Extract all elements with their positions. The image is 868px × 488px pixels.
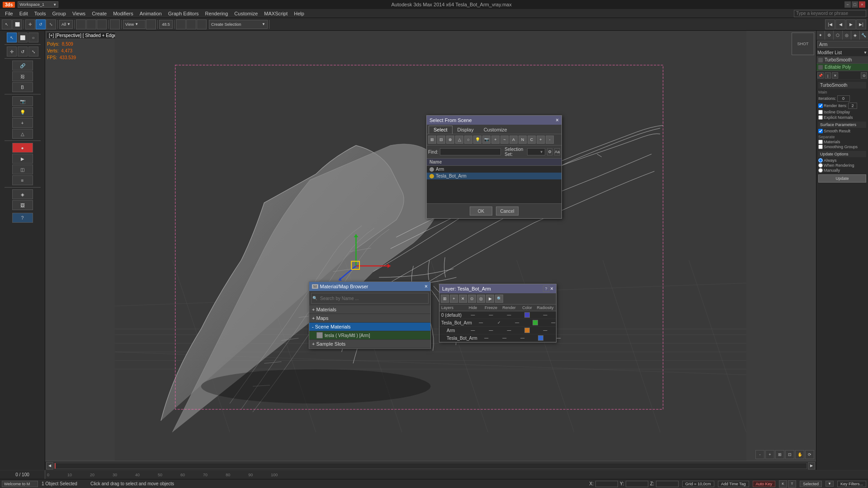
selected-filter[interactable]: Selected bbox=[800, 481, 822, 487]
minimize-btn[interactable]: − bbox=[844, 1, 851, 8]
arc-rotate-nav[interactable]: ⟳ bbox=[805, 450, 814, 459]
update-btn[interactable]: Update bbox=[818, 174, 866, 183]
ok-btn[interactable]: OK bbox=[470, 206, 492, 216]
display-tab[interactable]: ◈ bbox=[851, 31, 860, 40]
align-tool[interactable]: ≡ bbox=[12, 175, 33, 185]
layer-row-arm[interactable]: Arm — — — — bbox=[439, 327, 556, 334]
layer-help-btn[interactable]: ? bbox=[543, 286, 549, 292]
mat-section-maps[interactable]: + Maps bbox=[309, 314, 430, 323]
update-options-header[interactable]: Update Options bbox=[818, 151, 866, 157]
key-filters-btn[interactable]: Key Filters... bbox=[837, 481, 866, 487]
zoom-in-nav[interactable]: + bbox=[765, 450, 774, 459]
select-region-tool[interactable]: ⬜ bbox=[18, 33, 28, 42]
delete-btn[interactable]: ✕ bbox=[832, 72, 838, 79]
snap-btn[interactable] bbox=[76, 19, 86, 29]
menu-group[interactable]: Group bbox=[49, 10, 69, 17]
bind-tool[interactable]: B bbox=[12, 82, 33, 92]
rotate-tool[interactable]: ↺ bbox=[18, 47, 28, 56]
isoline-checkbox[interactable] bbox=[818, 110, 823, 114]
layer-select-objects[interactable]: ⊙ bbox=[468, 295, 476, 303]
filter-cameras[interactable]: 📷 bbox=[482, 136, 491, 144]
object-name-input[interactable] bbox=[817, 41, 868, 48]
render-iters-checkbox[interactable] bbox=[818, 103, 823, 108]
pan-nav[interactable]: ✋ bbox=[795, 450, 804, 459]
mat-section-scene-materials[interactable]: - Scene Materials bbox=[309, 323, 430, 331]
select-none-tool[interactable]: ⊟ bbox=[437, 136, 445, 144]
z-coord[interactable] bbox=[656, 481, 679, 487]
layer-row-tesla-arm[interactable]: Tesla_Bot_Arm — — — — bbox=[439, 334, 556, 342]
sort-by-color[interactable]: C bbox=[528, 136, 536, 144]
mat-section-sample[interactable]: + Sample Slots bbox=[309, 340, 430, 348]
layer-move-to[interactable]: ▶ bbox=[486, 295, 494, 303]
select-all-tool[interactable]: ⊞ bbox=[428, 136, 436, 144]
timeline-prev-btn[interactable]: ◀ bbox=[46, 462, 53, 469]
pin-btn[interactable]: 📌 bbox=[817, 72, 824, 79]
menu-tools[interactable]: Tools bbox=[31, 10, 49, 17]
y-coord[interactable] bbox=[626, 481, 648, 487]
select-btn[interactable]: ↖ bbox=[2, 19, 12, 29]
keyword-search[interactable] bbox=[794, 10, 866, 17]
workspace-dropdown[interactable]: Workspace_1 ▼ bbox=[18, 1, 58, 8]
layer-row-tesla-bot[interactable]: Tesla_Bot_Arm — ✓ — — bbox=[439, 319, 556, 327]
light-tool[interactable]: 💡 bbox=[12, 107, 33, 117]
smooth-result-checkbox[interactable] bbox=[818, 129, 823, 133]
filter-lights[interactable]: 💡 bbox=[473, 136, 481, 144]
mirror-tool[interactable]: ◫ bbox=[12, 164, 33, 174]
turbosmooth-header[interactable]: TurboSmooth bbox=[818, 82, 866, 89]
motion-tab[interactable]: ◎ bbox=[843, 31, 851, 40]
link-tool[interactable]: 🔗 bbox=[12, 61, 33, 70]
explicit-normals-checkbox[interactable] bbox=[818, 115, 823, 120]
menu-animation[interactable]: Animation bbox=[137, 10, 165, 17]
timeline-next-btn[interactable]: ▶ bbox=[808, 462, 815, 469]
filter-all[interactable]: A bbox=[509, 136, 518, 144]
zoom-region-nav[interactable]: ⊞ bbox=[775, 450, 784, 459]
insert-btn[interactable]: | bbox=[825, 72, 831, 79]
select-region-btn[interactable]: ⬜ bbox=[12, 19, 22, 29]
menu-create[interactable]: Create bbox=[89, 10, 110, 17]
layer-close-btn[interactable]: × bbox=[550, 286, 553, 292]
shape-tool[interactable]: △ bbox=[12, 129, 33, 139]
expand-all[interactable]: + bbox=[537, 136, 545, 144]
menu-maxscript[interactable]: MAXScript bbox=[261, 10, 291, 17]
manually-radio[interactable] bbox=[818, 168, 823, 173]
sort-by-name[interactable]: N bbox=[519, 136, 527, 144]
close-btn[interactable]: × bbox=[859, 1, 865, 8]
move-tool[interactable]: ✛ bbox=[7, 47, 17, 56]
find-options-btn[interactable]: ⚙ bbox=[547, 148, 552, 155]
iterations-input[interactable] bbox=[837, 95, 850, 102]
field-of-view-nav[interactable]: ⊡ bbox=[785, 450, 794, 459]
mat-scene-item[interactable]: tesla ( VRayMtl ) [Arm] bbox=[309, 331, 430, 340]
tab-customize[interactable]: Customize bbox=[479, 126, 512, 134]
filter-geometry[interactable]: △ bbox=[455, 136, 463, 144]
hierarchy-tab[interactable]: ⬡ bbox=[834, 31, 842, 40]
menu-file[interactable]: File bbox=[2, 10, 16, 17]
viewport-area[interactable]: [+] [Perspective] [ Shaded + Edged Faces… bbox=[45, 31, 816, 461]
list-item-tesla[interactable]: Tesla_Bot_Arm bbox=[427, 173, 561, 179]
help-tool[interactable]: ? bbox=[12, 213, 33, 223]
smoothing-groups-checkbox[interactable] bbox=[818, 145, 823, 149]
select-invert-tool[interactable]: ⊕ bbox=[446, 136, 454, 144]
filter-helpers[interactable]: + bbox=[491, 136, 500, 144]
time-tag-btn[interactable]: Add Time Tag bbox=[718, 481, 749, 487]
key-mode-btn[interactable]: K bbox=[779, 480, 787, 488]
render-iters-input[interactable] bbox=[848, 103, 857, 109]
menu-rendering[interactable]: Rendering bbox=[202, 10, 231, 17]
camera-tool[interactable]: 📷 bbox=[12, 96, 33, 106]
view-dropdown[interactable]: View ▼ bbox=[123, 20, 146, 29]
x-coord[interactable] bbox=[595, 481, 618, 487]
cancel-btn[interactable]: Cancel bbox=[496, 206, 519, 216]
material-editor-tool[interactable]: ◈ bbox=[12, 189, 33, 199]
unlink-tool[interactable]: ⛓ bbox=[12, 71, 33, 81]
filter-spacewarps[interactable]: ~ bbox=[500, 136, 509, 144]
menu-graph-editors[interactable]: Graph Editors bbox=[165, 10, 202, 17]
render-setup-btn[interactable] bbox=[110, 19, 120, 29]
tab-select[interactable]: Select bbox=[429, 126, 453, 134]
lasso-tool[interactable]: ○ bbox=[28, 33, 38, 42]
move-btn[interactable]: ✛ bbox=[25, 19, 35, 29]
select-tool[interactable]: ↖ bbox=[7, 33, 17, 42]
layer-row-default[interactable]: 0 (default) — — — — bbox=[439, 311, 556, 319]
find-case-btn[interactable]: Aa bbox=[554, 148, 560, 155]
layer-find-layer[interactable]: 🔍 bbox=[495, 295, 503, 303]
layer-toggle-btn[interactable]: ⊞ bbox=[441, 295, 449, 303]
utilities-tab[interactable]: 🔧 bbox=[860, 31, 868, 40]
